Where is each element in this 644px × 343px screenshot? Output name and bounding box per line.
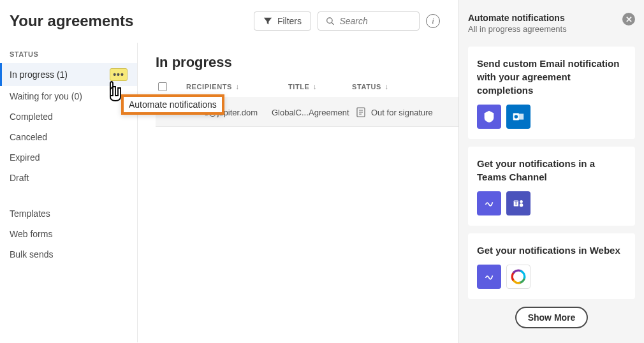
sidebar-item-canceled[interactable]: Canceled: [0, 127, 137, 147]
search-box[interactable]: [318, 11, 420, 31]
sort-icon: ↓: [384, 82, 389, 91]
card-icons: [477, 265, 626, 289]
svg-rect-8: [519, 113, 523, 119]
card-webex[interactable]: Get your notifications in Webex: [468, 233, 635, 299]
sidebar-item-bulksends[interactable]: Bulk sends: [0, 244, 137, 265]
sidebar-item-label: Bulk sends: [10, 249, 53, 259]
outlook-icon: [506, 105, 531, 129]
sort-icon: ↓: [235, 82, 240, 91]
document-icon: [356, 107, 366, 117]
card-icons: [477, 105, 626, 129]
sidebar-item-label: Canceled: [10, 132, 47, 142]
status-text: Out for signature: [371, 108, 433, 117]
header-controls: Filters i: [254, 11, 440, 31]
checkbox-all[interactable]: [158, 82, 167, 91]
sidebar-item-label: Expired: [10, 152, 40, 163]
sidebar-item-label: Draft: [10, 173, 29, 183]
adobe-sign-icon: [477, 105, 501, 129]
svg-rect-12: [520, 203, 523, 207]
sort-icon: ↓: [313, 82, 318, 91]
cursor-icon: [104, 78, 126, 103]
row-status: Out for signature: [356, 107, 433, 117]
sidebar-item-templates[interactable]: Templates: [0, 203, 137, 224]
card-email[interactable]: Send custom Email notification with your…: [468, 47, 635, 139]
panel-header: Automate notifications All in progress a…: [468, 13, 635, 34]
sidebar-item-completed[interactable]: Completed: [0, 106, 137, 127]
col-label: RECIPIENTS: [186, 83, 232, 91]
filters-button[interactable]: Filters: [254, 11, 311, 31]
filters-label: Filters: [277, 16, 302, 26]
teams-icon: T: [506, 191, 531, 215]
card-teams[interactable]: Get your notifications in a Teams Channe…: [468, 147, 635, 226]
card-title: Get your notifications in Webex: [477, 244, 626, 257]
sidebar-item-webforms[interactable]: Web forms: [0, 224, 137, 244]
sidebar-item-expired[interactable]: Expired: [0, 147, 137, 168]
card-title: Send custom Email notification with your…: [477, 57, 626, 97]
card-icons: T: [477, 191, 626, 215]
row-title: GlobalC...: [272, 108, 309, 117]
col-status[interactable]: STATUS ↓: [352, 82, 441, 91]
sidebar-item-label: Templates: [10, 208, 50, 219]
svg-point-0: [327, 18, 332, 23]
col-recipients[interactable]: RECIPIENTS ↓: [186, 82, 275, 91]
filter-icon: [263, 17, 272, 26]
close-icon[interactable]: ✕: [622, 13, 635, 26]
search-input[interactable]: [339, 16, 411, 26]
sidebar-item-label: Web forms: [10, 229, 52, 239]
col-title[interactable]: TITLE ↓: [275, 82, 352, 91]
popup-label: Automate notifications: [129, 99, 217, 110]
svg-point-7: [515, 115, 518, 119]
sidebar-item-label: Waiting for you (0): [10, 91, 82, 101]
adobe-sign-icon: [477, 265, 501, 289]
col-label: STATUS: [352, 83, 381, 91]
col-label: TITLE: [288, 83, 310, 91]
show-more-button[interactable]: Show More: [515, 307, 589, 328]
search-icon: [326, 16, 334, 26]
right-panel: Automate notifications All in progress a…: [458, 0, 644, 343]
sidebar-heading: STATUS: [0, 50, 137, 63]
svg-line-1: [332, 23, 333, 25]
info-icon[interactable]: i: [426, 14, 440, 28]
page-title: Your agreements: [10, 12, 133, 30]
webex-icon: [506, 265, 531, 289]
col-check: [156, 82, 186, 91]
adobe-sign-icon: [477, 191, 501, 215]
panel-subtitle: All in progress agreements: [468, 24, 567, 34]
sidebar-item-label: Completed: [10, 112, 53, 122]
svg-point-11: [520, 200, 523, 203]
svg-text:T: T: [515, 201, 518, 207]
sidebar-group: Templates Web forms Bulk sends: [0, 203, 137, 265]
row-type: Agreement: [309, 108, 356, 117]
card-title: Get your notifications in a Teams Channe…: [477, 157, 626, 184]
panel-title: Automate notifications: [468, 13, 567, 23]
sidebar-item-draft[interactable]: Draft: [0, 168, 137, 188]
sidebar-item-label: In progress (1): [10, 69, 68, 80]
popup-automate-notifications[interactable]: Automate notifications: [121, 94, 224, 115]
